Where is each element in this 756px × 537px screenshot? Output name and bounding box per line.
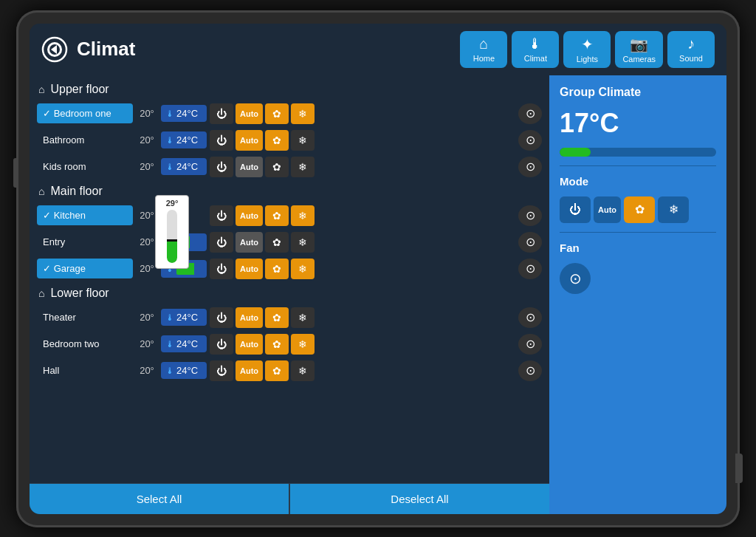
tab-cameras-label: Cameras xyxy=(622,55,656,64)
tablet-screen: Climat ⌂ Home 🌡 Climat ✦ Lights 📷 Camera… xyxy=(30,24,726,514)
power-btn[interactable]: ⏻ xyxy=(210,232,233,253)
fan-btn[interactable]: ⊙ xyxy=(518,334,542,355)
floor-main-header: ⌂ Main floor xyxy=(35,180,543,202)
room-controls: ⏻ Auto ✿ ❄ xyxy=(210,307,514,328)
heat-btn[interactable]: ✿ xyxy=(265,130,289,151)
cool-btn[interactable]: ❄ xyxy=(291,157,315,177)
cool-btn[interactable]: ❄ xyxy=(291,259,315,279)
floor-lower-header: ⌂ Lower floor xyxy=(35,282,543,304)
cool-btn[interactable]: ❄ xyxy=(291,334,315,355)
room-controls: ⏻ Auto ✿ ❄ xyxy=(210,232,514,253)
header-left: Climat xyxy=(41,36,135,63)
auto-btn[interactable]: Auto xyxy=(236,334,263,355)
mode-power-btn[interactable]: ⏻ xyxy=(560,196,591,223)
room-garage[interactable]: Garage xyxy=(37,259,133,278)
heat-btn[interactable]: ✿ xyxy=(265,307,289,328)
power-btn[interactable]: ⏻ xyxy=(210,130,233,151)
thermo-icon: 🌡 xyxy=(165,109,174,119)
heat-btn[interactable]: ✿ xyxy=(265,103,289,124)
rooms-list: ⌂ Upper floor Bedroom one 20° 🌡 24°C ⏻ xyxy=(30,75,549,483)
auto-btn[interactable]: Auto xyxy=(236,232,263,253)
auto-btn[interactable]: Auto xyxy=(236,259,263,279)
back-icon[interactable] xyxy=(41,36,68,63)
room-kitchen[interactable]: Kitchen xyxy=(37,205,133,225)
fan-btn[interactable]: ⊙ xyxy=(518,360,542,381)
table-row: Kids room 20° 🌡 24°C ⏻ Auto ✿ ❄ ⊙ xyxy=(35,154,543,180)
header: Climat ⌂ Home 🌡 Climat ✦ Lights 📷 Camera… xyxy=(30,24,726,75)
power-btn[interactable]: ⏻ xyxy=(210,360,233,381)
tab-sound[interactable]: ♪ Sound xyxy=(667,31,715,68)
room-actual-temp: 🌡 24°C xyxy=(161,105,207,122)
auto-btn[interactable]: Auto xyxy=(236,157,263,177)
power-btn[interactable]: ⏻ xyxy=(210,334,233,355)
deselect-all-button[interactable]: Deselect All xyxy=(290,484,549,514)
fan-btn[interactable]: ⊙ xyxy=(518,232,542,253)
select-all-button[interactable]: Select All xyxy=(30,484,290,514)
heat-btn[interactable]: ✿ xyxy=(265,360,289,381)
room-actual-temp: 🌡 24°C xyxy=(161,335,207,352)
cool-btn[interactable]: ❄ xyxy=(291,360,315,381)
fan-btn[interactable]: ⊙ xyxy=(518,103,542,124)
room-bathroom[interactable]: Bathroom xyxy=(37,130,133,150)
page-title: Climat xyxy=(77,38,135,61)
room-actual-temp: 🌡 24°C xyxy=(161,131,207,148)
cool-btn[interactable]: ❄ xyxy=(291,103,315,124)
fan-btn[interactable]: ⊙ xyxy=(518,157,542,177)
mode-auto-btn[interactable]: Auto xyxy=(594,196,621,223)
floor-lower-icon: ⌂ xyxy=(38,287,44,299)
auto-btn[interactable]: Auto xyxy=(236,103,263,124)
fan-btn[interactable]: ⊙ xyxy=(518,205,542,226)
auto-btn[interactable]: Auto xyxy=(236,130,263,151)
power-btn[interactable]: ⏻ xyxy=(210,205,233,226)
right-panel: Group Climate 17°C Mode ⏻ Auto ✿ ❄ Fan ⊙ xyxy=(549,75,726,514)
heat-btn[interactable]: ✿ xyxy=(265,259,289,279)
power-btn[interactable]: ⏻ xyxy=(210,103,233,124)
tablet-side-button xyxy=(13,158,18,188)
thermo-popup-temp: 29° xyxy=(166,199,179,208)
cool-btn[interactable]: ❄ xyxy=(291,205,315,226)
auto-btn[interactable]: Auto xyxy=(236,307,263,328)
room-theater[interactable]: Theater xyxy=(37,307,133,327)
tab-climat[interactable]: 🌡 Climat xyxy=(512,31,559,68)
room-bedroom-one[interactable]: Bedroom one xyxy=(37,103,133,123)
power-btn[interactable]: ⏻ xyxy=(210,157,233,177)
tab-home[interactable]: ⌂ Home xyxy=(460,31,507,68)
room-controls: ⏻ Auto ✿ ❄ xyxy=(210,259,514,279)
heat-btn[interactable]: ✿ xyxy=(265,157,289,177)
auto-btn[interactable]: Auto xyxy=(236,360,263,381)
room-actual-temp: 🌡 24°C xyxy=(161,309,207,326)
thermo-icon: 🌡 xyxy=(165,339,174,349)
room-controls: ⏻ Auto ✿ ❄ xyxy=(210,157,514,177)
group-fan-btn[interactable]: ⊙ xyxy=(560,263,591,294)
tab-climat-label: Climat xyxy=(524,54,547,63)
bottom-bar: Select All Deselect All xyxy=(30,483,549,514)
room-entry[interactable]: Entry xyxy=(37,232,133,252)
fan-btn[interactable]: ⊙ xyxy=(518,130,542,151)
room-set-temp: 20° xyxy=(136,365,158,376)
floor-main-label: Main floor xyxy=(50,185,102,198)
tab-cameras[interactable]: 📷 Cameras xyxy=(615,31,663,68)
mode-heat-btn[interactable]: ✿ xyxy=(624,196,655,223)
auto-btn[interactable]: Auto xyxy=(236,205,263,226)
left-panel: ⌂ Upper floor Bedroom one 20° 🌡 24°C ⏻ xyxy=(30,75,549,514)
group-temperature: 17°C xyxy=(560,108,716,139)
power-btn[interactable]: ⏻ xyxy=(210,259,233,279)
fan-btn[interactable]: ⊙ xyxy=(518,307,542,328)
room-hall[interactable]: Hall xyxy=(37,360,133,380)
room-controls: ⏻ Auto ✿ ❄ xyxy=(210,334,514,355)
room-bedroom-two[interactable]: Bedroom two xyxy=(37,334,133,354)
tab-lights[interactable]: ✦ Lights xyxy=(563,31,611,68)
room-kids-room[interactable]: Kids room xyxy=(37,157,133,177)
table-row: Bathroom 20° 🌡 24°C ⏻ Auto ✿ ❄ ⊙ xyxy=(35,127,543,154)
fan-btn[interactable]: ⊙ xyxy=(518,259,542,279)
heat-btn[interactable]: ✿ xyxy=(265,232,289,253)
divider xyxy=(560,165,716,166)
power-btn[interactable]: ⏻ xyxy=(210,307,233,328)
cool-btn[interactable]: ❄ xyxy=(291,232,315,253)
heat-btn[interactable]: ✿ xyxy=(265,205,289,226)
mode-cool-btn[interactable]: ❄ xyxy=(658,196,689,223)
cool-btn[interactable]: ❄ xyxy=(291,130,315,151)
table-row: Hall 20° 🌡 24°C ⏻ Auto ✿ ❄ ⊙ xyxy=(35,358,543,384)
cool-btn[interactable]: ❄ xyxy=(291,307,315,328)
heat-btn[interactable]: ✿ xyxy=(265,334,289,355)
